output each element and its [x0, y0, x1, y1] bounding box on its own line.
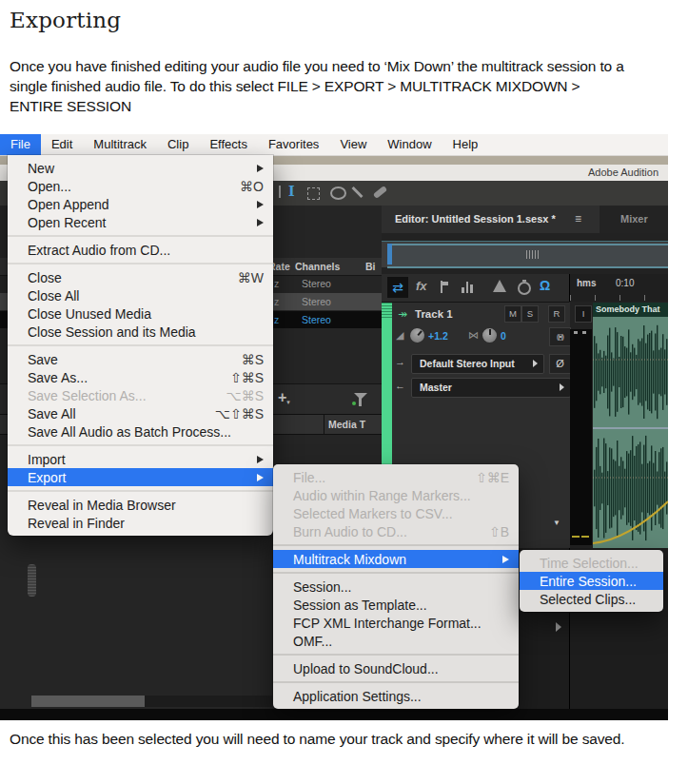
menu-item-reveal-in-finder[interactable]: Reveal in Finder [8, 514, 273, 532]
timeline-navigator[interactable] [382, 241, 668, 267]
fx-icon[interactable]: fx [416, 279, 427, 293]
menu-label: Import [28, 452, 66, 467]
menu-label: Burn Audio to CD... [293, 524, 407, 539]
metronome-icon[interactable] [493, 280, 506, 292]
meters-icon[interactable] [462, 282, 475, 293]
input-monitor-button[interactable]: I [575, 305, 592, 323]
menu-item-open-recent[interactable]: Open Recent [8, 213, 273, 231]
menu-item-session[interactable]: Session... [273, 578, 519, 596]
menu-item-save-all[interactable]: Save All⌥⇧⌘S [8, 404, 273, 422]
add-file-button[interactable]: + [278, 389, 290, 406]
audio-clip[interactable]: Somebody That [593, 303, 668, 548]
menu-item-close-session-and-its-media[interactable]: Close Session and its Media [8, 323, 273, 341]
menu-item-save-all-audio-batch[interactable]: Save All Audio as Batch Process... [8, 422, 273, 441]
menu-item-import[interactable]: Import [8, 450, 273, 468]
input-none-button[interactable] [549, 354, 571, 374]
menubar-item-file[interactable]: File [0, 134, 41, 155]
menubar-item-favorites[interactable]: Favorites [258, 134, 329, 155]
mute-button[interactable]: M [504, 305, 521, 323]
arrows-toggle-icon[interactable] [387, 277, 408, 298]
menu-item-new[interactable]: New [8, 159, 273, 177]
menubar-item-help[interactable]: Help [442, 134, 489, 155]
menu-label: Close All [28, 288, 79, 304]
small-arrow-icon [556, 622, 561, 632]
pan-knob[interactable] [482, 328, 497, 343]
menu-separator [273, 681, 519, 683]
volume-knob[interactable] [407, 325, 427, 345]
menu-item-selected-markers-to-csv: Selected Markers to CSV... [273, 504, 519, 522]
media-filter-icon[interactable] [354, 393, 367, 400]
menu-item-entire-session[interactable]: Entire Session... [520, 572, 663, 590]
input-select-label: Default Stereo Input [420, 358, 515, 369]
solo-button[interactable]: S [521, 305, 539, 323]
timeline-unit: hms [577, 278, 597, 288]
menu-item-extract-audio-from-cd[interactable]: Extract Audio from CD... [8, 241, 273, 259]
automation-icon[interactable] [441, 281, 452, 293]
menubar-item-view[interactable]: View [329, 134, 377, 155]
track-type-icon [398, 307, 407, 321]
menu-label: Reveal in Finder [28, 516, 125, 531]
menu-item-session-as-template[interactable]: Session as Template... [273, 596, 519, 614]
waveform [593, 317, 668, 548]
menu-label: Session... [293, 579, 351, 595]
menubar-item-edit[interactable]: Edit [41, 134, 83, 155]
column-header-media-type[interactable]: Media T [328, 419, 365, 430]
column-header-channels[interactable]: Channels [295, 261, 340, 272]
menu-label: FCP XML Interchange Format... [293, 616, 482, 631]
stopwatch-icon[interactable] [518, 282, 531, 295]
headphones-icon[interactable] [540, 278, 550, 293]
menu-label: Open... [28, 179, 71, 194]
menubar-item-window[interactable]: Window [377, 134, 442, 155]
panel-menu-icon[interactable] [575, 212, 581, 225]
menu-item-upload-to-soundcloud[interactable]: Upload to SoundCloud... [273, 659, 519, 677]
menubar-item-multitrack[interactable]: Multitrack [83, 134, 157, 155]
vertical-scrollbar[interactable] [28, 564, 36, 597]
input-select[interactable]: Default Stereo Input [411, 354, 544, 374]
menu-item-close-all[interactable]: Close All [8, 286, 273, 304]
output-select[interactable]: Master [411, 378, 571, 398]
menu-label: Session as Template... [293, 598, 427, 613]
menu-item-application-settings[interactable]: Application Settings... [273, 687, 519, 705]
menu-separator [273, 572, 519, 574]
menubar-item-effects[interactable]: Effects [199, 134, 258, 155]
file-rate: z [274, 296, 279, 307]
spot-healing-tool-icon[interactable] [373, 186, 388, 199]
timeline-ruler[interactable]: hms 0:10 [569, 274, 668, 302]
menu-item-selected-clips[interactable]: Selected Clips... [520, 590, 663, 608]
menu-item-open[interactable]: Open...⌘O [8, 177, 273, 195]
menu-item-close-unused-media[interactable]: Close Unused Media [8, 304, 273, 323]
menu-item-save[interactable]: Save⌘S [8, 350, 273, 368]
menu-item-omf[interactable]: OMF... [273, 632, 519, 650]
menu-item-open-append[interactable]: Open Append [8, 195, 273, 213]
menu-item-save-as[interactable]: Save As...⇧⌘S [8, 368, 273, 386]
move-tool-icon[interactable] [279, 186, 281, 198]
menu-separator [273, 654, 519, 656]
tab-editor[interactable]: Editor: Untitled Session 1.sesx * [382, 206, 600, 233]
menu-label: File... [293, 470, 325, 485]
menu-item-export-file: File...⇧⌘E [273, 468, 519, 486]
menu-item-fcp-xml-interchange-format[interactable]: FCP XML Interchange Format... [273, 614, 519, 632]
timeline-tick-label: 0:10 [616, 278, 634, 288]
menu-item-reveal-in-media-browser[interactable]: Reveal in Media Browser [8, 496, 273, 514]
tab-mixer[interactable]: Mixer [620, 213, 648, 225]
record-arm-button[interactable]: R [548, 305, 565, 323]
track-name[interactable]: Track 1 [415, 308, 453, 320]
menu-item-close[interactable]: Close⌘W [8, 268, 273, 286]
horizontal-scrollbar-thumb[interactable] [31, 696, 145, 707]
lasso-tool-icon[interactable] [330, 186, 346, 200]
speaker-broadcast-icon[interactable] [549, 327, 571, 346]
column-header-bitdepth[interactable]: Bi [365, 261, 376, 272]
navigator-handle[interactable] [387, 244, 392, 265]
marquee-tool-icon[interactable] [307, 187, 320, 200]
file-channels: Stereo [302, 278, 331, 289]
menu-item-multitrack-mixdown[interactable]: Multitrack Mixdown [273, 550, 519, 568]
output-arrow-icon: ← [395, 380, 405, 391]
time-selection-tool-icon[interactable]: I [288, 184, 295, 199]
menu-item-export[interactable]: Export [8, 468, 273, 486]
paintbrush-tool-icon[interactable] [351, 186, 363, 198]
navigator-grip[interactable] [526, 250, 539, 259]
track-scroll-button[interactable] [547, 517, 566, 529]
menubar-item-clip[interactable]: Clip [157, 134, 199, 155]
track-controls-toolbar: fx [382, 274, 569, 303]
menu-label: Time Selection... [540, 556, 639, 571]
